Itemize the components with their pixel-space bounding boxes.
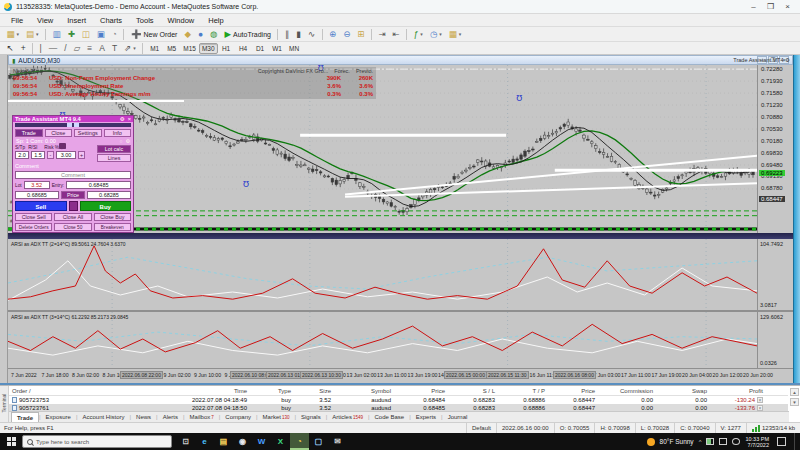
column-header[interactable]: T / P (499, 388, 549, 394)
toolbar-cursor[interactable]: ↖ (3, 42, 17, 55)
terminal-tab-mailbox[interactable]: Mailbox7 (185, 412, 219, 423)
timeframe-m1[interactable]: M1 (146, 43, 163, 54)
rsl-field[interactable]: 1.5 (31, 151, 45, 159)
lot-calc-button[interactable]: Lot calc (97, 145, 131, 153)
taskbar-app-chrome[interactable]: ◉ (233, 433, 252, 450)
scroll-down-button[interactable]: ▼ (790, 398, 799, 406)
menu-insert[interactable]: Insert (60, 16, 93, 25)
weather-icon[interactable] (647, 438, 655, 446)
stp-field[interactable]: 2.0 (15, 151, 29, 159)
weather-text[interactable]: 80°F Sunny (660, 438, 694, 445)
lines-button[interactable]: Lines (97, 154, 131, 162)
close-sell-button[interactable]: Close Sell (15, 213, 52, 221)
menu-tools[interactable]: Tools (129, 16, 161, 25)
toolbar-new-order[interactable]: ➕New Order (127, 28, 180, 41)
indicator-pane-2[interactable]: ARSI as ADX TT (3=14^C) 61.2292 85.2173 … (8, 312, 757, 368)
close-half-button[interactable]: Close 50 (54, 223, 91, 231)
toolbar-profiles[interactable]: ▤▾ (23, 28, 43, 41)
take-profit-field[interactable]: 0.68285 (87, 191, 131, 199)
lot-field[interactable]: 3.52 (24, 181, 50, 189)
toolbar-line-chart-mode[interactable]: ∿ (304, 28, 318, 41)
terminal-tab-trade[interactable]: Trade (11, 412, 39, 423)
taskbar-app-mt4[interactable]: ◔ (290, 433, 309, 450)
toolbar-fibonacci[interactable]: ≡ (84, 42, 96, 55)
toolbar-zoom-in[interactable]: ⊕ (326, 28, 340, 41)
terminal-tab-articles[interactable]: Articles1549 (327, 412, 368, 423)
toolbar-arrows[interactable]: ⇗▾ (121, 42, 140, 55)
column-header[interactable]: Swap (657, 388, 711, 394)
timeframe-m5[interactable]: M5 (163, 43, 180, 54)
panel-tab-trade[interactable]: Trade (15, 129, 43, 137)
menu-file[interactable]: File (4, 16, 30, 25)
trade-assistant-panel[interactable]: Trade Assistant MT4 9.4 ⚙ × TradeCloseSe… (12, 115, 134, 233)
column-header[interactable]: S / L (449, 388, 499, 394)
panel-tab-settings[interactable]: Settings (74, 129, 102, 137)
menu-help[interactable]: Help (201, 16, 230, 25)
close-all-button[interactable]: Close All (54, 213, 91, 221)
toolbar-channel[interactable]: ▱ (70, 42, 84, 55)
scroll-up-button[interactable]: ▲ (790, 388, 799, 396)
menu-view[interactable]: View (30, 16, 60, 25)
network-icon[interactable] (719, 438, 727, 445)
trade-assistant-corner-label[interactable]: Trade Assistant MT4 ⚙ (640, 57, 790, 63)
toolbar-indicators[interactable]: ƒ▾ (410, 28, 426, 41)
toolbar-text[interactable]: A (96, 42, 109, 55)
toolbar-trendline[interactable]: / (61, 42, 70, 55)
taskbar-app-notepad[interactable]: ▢ (309, 433, 328, 450)
toolbar-templates[interactable]: ▦▾ (445, 28, 465, 41)
minimize-button[interactable]: – (745, 1, 762, 13)
toolbar-bar-chart-mode[interactable]: ∥ (281, 28, 292, 41)
toolbar-navigator[interactable]: ◫ (78, 28, 93, 41)
indicator-pane-1[interactable]: ARSI as ADX TT (2=14^C) 89.5061 24.7604 … (8, 239, 757, 310)
price-button[interactable]: Price (61, 191, 85, 199)
breakeven-button[interactable]: Breakeven (94, 223, 131, 231)
buy-button[interactable]: Buy (80, 201, 132, 211)
toolbar-zoom-out[interactable]: ⊖ (340, 28, 354, 41)
terminal-tab-code-base[interactable]: Code Base (370, 412, 410, 423)
close-buy-button[interactable]: Close Buy (94, 213, 131, 221)
toolbar-auto-scroll[interactable]: ⇥ (375, 28, 389, 41)
slider-knob[interactable] (59, 143, 66, 149)
toolbar-strategy-tester[interactable]: ◔ (108, 28, 120, 41)
column-header[interactable]: Price (549, 388, 599, 394)
terminal-row[interactable]: 9057237532022.07.08 04:18:49buy3.52audus… (9, 396, 788, 404)
battery-icon[interactable] (706, 438, 714, 445)
panel-tab-info[interactable]: Info (104, 129, 132, 137)
terminal-tab-alerts[interactable]: Alerts (158, 412, 183, 423)
terminal-tab-signals[interactable]: Signals (296, 412, 326, 423)
delete-orders-button[interactable]: Delete Orders (15, 223, 52, 231)
taskbar-app-mail[interactable]: ✉ (328, 433, 347, 450)
comment-input[interactable]: Comment (15, 171, 131, 179)
column-header[interactable]: Order / (9, 388, 139, 394)
toolbar-candle-mode[interactable]: ▮ (293, 28, 305, 41)
action-center-icon[interactable] (777, 437, 786, 446)
taskbar-clock[interactable]: 10:33 PM7/7/2022 (745, 436, 769, 448)
toolbar-vertical-line[interactable]: | (36, 42, 45, 55)
stop-loss-field[interactable]: 0.68685 (15, 191, 59, 199)
timeframe-mn[interactable]: MN (286, 43, 303, 54)
close-button[interactable]: × (779, 1, 796, 13)
show-desktop-button[interactable] (794, 433, 797, 450)
terminal-tab-account-history[interactable]: Account History (78, 412, 130, 423)
menu-window[interactable]: Window (161, 16, 202, 25)
panel-titlebar[interactable]: Trade Assistant MT4 9.4 ⚙ × (13, 116, 133, 122)
column-header[interactable]: Profit (711, 388, 767, 394)
trail-toggle[interactable] (69, 201, 78, 211)
terminal-header-row[interactable]: Order /TimeTypeSizeSymbolPriceS / LT / P… (9, 387, 788, 396)
terminal-tab-exposure[interactable]: Exposure (41, 412, 76, 423)
toolbar-terminal-panel[interactable]: ▣ (93, 28, 108, 41)
toolbar-crosshair[interactable]: + (17, 42, 29, 55)
panel-close-icon[interactable]: × (128, 116, 131, 122)
toolbar-data-window[interactable]: ✚ (64, 28, 78, 41)
risk-field[interactable]: 3.00 (56, 151, 76, 159)
taskbar-app-file-explorer[interactable]: ▤ (214, 433, 233, 450)
terminal-tab-news[interactable]: News (131, 412, 156, 423)
timeframe-m15[interactable]: M15 (180, 43, 199, 54)
timeframe-m30[interactable]: M30 (199, 43, 218, 54)
toolbar-tile-windows[interactable]: ⊞ (354, 28, 368, 41)
volume-icon[interactable] (732, 438, 740, 445)
toolbar-experts[interactable]: ● (194, 28, 206, 41)
risk-minus-button[interactable]: - (47, 151, 54, 159)
taskbar-app-microsoft-edge[interactable]: e (195, 433, 214, 450)
terminal-tab-experts[interactable]: Experts (411, 412, 441, 423)
